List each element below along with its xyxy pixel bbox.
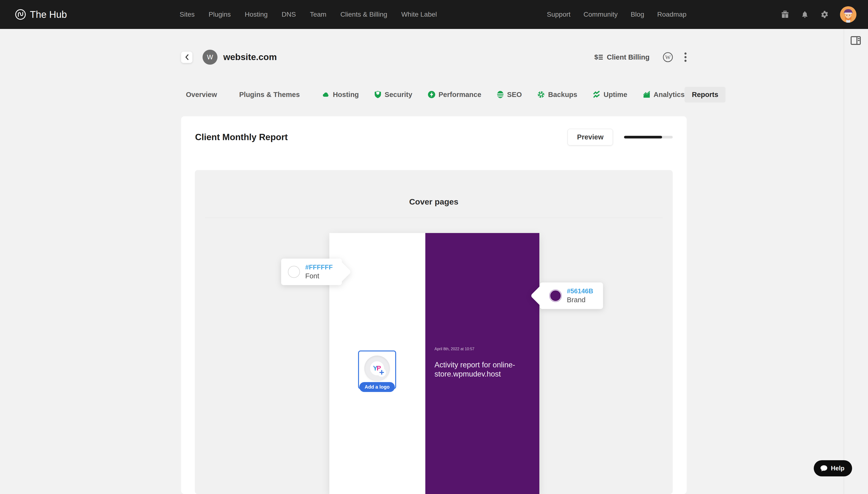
nav-clients-billing[interactable]: Clients & Billing [340,11,388,18]
logo-ring: YB + [364,356,390,381]
hosting-cloud-icon [322,91,330,98]
tab-performance[interactable]: Performance [428,91,481,99]
tab-uptime[interactable]: Uptime [593,91,627,99]
cover-headline: Activity report for online-store.wpmudev… [434,360,524,379]
site-header: W website.com $ Client Billing W [181,49,687,65]
client-billing-label: Client Billing [607,53,650,61]
billing-icon: $ [594,53,603,61]
preview-button[interactable]: Preview [568,129,613,146]
tab-backups[interactable]: Backups [537,91,577,99]
gift-icon[interactable] [781,10,789,19]
tab-hosting[interactable]: Hosting [322,91,359,99]
font-color-swatch[interactable] [288,266,300,278]
uptime-zigzag-icon [593,91,600,98]
wordpress-icon[interactable]: W [663,52,673,62]
kebab-menu-icon[interactable] [684,52,687,62]
nav-sites[interactable]: Sites [180,11,195,18]
cover-pages-divider [205,217,663,218]
brand-color-tag[interactable]: #56146B Brand [540,283,603,309]
cover-pages-title: Cover pages [195,197,673,207]
report-card-header: Client Monthly Report Preview [181,116,687,146]
navbar-primary-links: Sites Plugins Hosting DNS Team Clients &… [180,0,437,29]
nav-team[interactable]: Team [310,11,326,18]
site-tabs: Overview Plugins & Themes Hosting Securi… [181,85,687,104]
report-title: Client Monthly Report [195,132,288,142]
svg-text:$: $ [594,53,598,61]
security-shield-icon [374,91,381,98]
top-navbar: The Hub Sites Plugins Hosting DNS Team C… [0,0,868,29]
brand-hex-value: #56146B [567,287,593,295]
add-logo-plus-icon[interactable]: + [377,368,386,377]
tab-seo[interactable]: SEO [497,91,522,99]
hub-brand-label: The Hub [30,9,67,20]
cover-pages-panel: Cover pages YB + Add a logo [195,170,673,494]
nav-dns[interactable]: DNS [282,11,296,18]
performance-bolt-icon [428,91,435,98]
font-tag-label: Font [305,272,333,280]
nav-community[interactable]: Community [584,11,618,18]
nav-support[interactable]: Support [547,11,570,18]
tab-overview[interactable]: Overview [186,91,217,99]
svg-text:W: W [665,54,671,60]
nav-white-label[interactable]: White Label [401,11,437,18]
seo-icon [497,91,504,98]
nav-blog[interactable]: Blog [631,11,644,18]
cover-date: April 8th, 2022 at 10:57 [434,347,474,351]
side-panel-toggle-icon[interactable] [851,36,861,45]
chat-bubble-icon [820,465,828,472]
cover-front-page: April 8th, 2022 at 10:57 Activity report… [425,233,539,494]
site-initial-avatar: W [202,50,217,65]
tab-security[interactable]: Security [374,91,412,99]
help-label: Help [831,464,844,472]
font-hex-value: #FFFFFF [305,264,333,271]
tab-plugins-themes[interactable]: Plugins & Themes [239,91,300,99]
tab-analytics[interactable]: Analytics [643,91,685,99]
report-progress-fill [624,136,662,138]
logo-upload-box[interactable]: YB + Add a logo [358,350,396,389]
client-billing-button[interactable]: $ Client Billing [594,53,650,61]
hub-brand[interactable]: The Hub [15,0,67,29]
cover-preview: YB + Add a logo April 8th, 2022 at 10:57… [329,233,539,494]
bell-icon[interactable] [801,10,809,19]
back-button[interactable] [181,52,192,63]
analytics-chart-icon [643,91,651,98]
nav-plugins[interactable]: Plugins [209,11,231,18]
wpmudev-logo-icon [15,9,26,20]
user-avatar[interactable] [840,6,856,23]
backups-aperture-icon [537,91,545,98]
nav-hosting[interactable]: Hosting [245,11,268,18]
right-rail-divider [844,29,844,494]
navbar-icon-cluster [781,0,856,29]
help-button[interactable]: Help [814,460,852,476]
gear-icon[interactable] [820,10,829,19]
navbar-secondary-links: Support Community Blog Roadmap [547,0,687,29]
tab-reports[interactable]: Reports [685,87,726,102]
report-progress-bar [624,136,673,138]
nav-roadmap[interactable]: Roadmap [657,11,687,18]
brand-color-swatch[interactable] [550,290,561,302]
brand-tag-label: Brand [567,296,593,304]
site-name: website.com [223,52,277,62]
font-color-tag[interactable]: #FFFFFF Font [281,259,342,285]
client-monthly-report-card: Client Monthly Report Preview Cover page… [181,116,687,494]
add-logo-button[interactable]: Add a logo [359,382,395,392]
